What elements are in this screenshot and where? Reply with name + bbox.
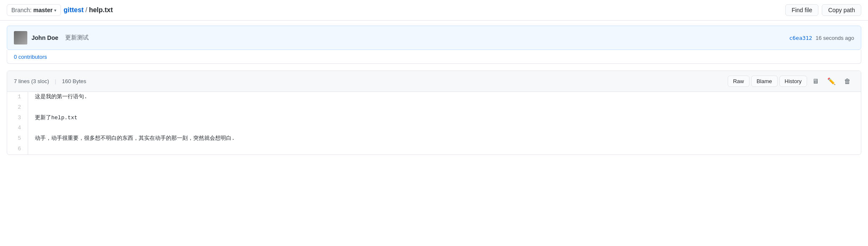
raw-button[interactable]: Raw	[728, 76, 750, 87]
commit-sha[interactable]: c6ea312	[789, 35, 812, 41]
line-number[interactable]: 6	[7, 144, 28, 154]
table-row: 4	[7, 123, 861, 133]
line-code: 更新了help.txt	[28, 113, 84, 123]
file-lines-info: 7 lines (3 sloc)	[14, 78, 49, 84]
line-number[interactable]: 3	[7, 113, 28, 123]
contributors-count: 0	[14, 54, 17, 60]
contributors-link[interactable]: 0 contributors	[14, 54, 47, 60]
delete-button[interactable]: 🗑	[841, 76, 854, 87]
branch-selector[interactable]: Branch: master ▾	[7, 4, 61, 16]
file-viewer: 7 lines (3 sloc) | 160 Bytes Raw Blame H…	[7, 71, 861, 155]
pencil-icon: ✏️	[827, 78, 836, 85]
line-number[interactable]: 2	[7, 102, 28, 113]
avatar-image	[14, 31, 27, 44]
file-meta-separator: |	[55, 78, 56, 84]
table-row: 2	[7, 102, 861, 113]
commit-author[interactable]: John Doe	[32, 34, 58, 41]
edit-button[interactable]: ✏️	[824, 75, 839, 87]
monitor-icon: 🖥	[812, 78, 819, 85]
code-content: 1这是我的第一行语句.23更新了help.txt45动手，动手很重要，很多想不明…	[7, 92, 861, 154]
table-row: 6	[7, 144, 861, 154]
top-bar: Branch: master ▾ gittest / help.txt Find…	[0, 0, 868, 21]
commit-message: 更新测试	[65, 34, 89, 42]
commit-bar-right: c6ea312 16 seconds ago	[789, 35, 854, 41]
file-size-info: 160 Bytes	[62, 78, 86, 84]
table-row: 5动手，动手很重要，很多想不明白的东西，其实在动手的那一刻，突然就会想明白.	[7, 133, 861, 144]
display-icon-button[interactable]: 🖥	[809, 76, 822, 87]
blame-button[interactable]: Blame	[751, 76, 778, 87]
file-name: help.txt	[89, 6, 113, 14]
file-header: 7 lines (3 sloc) | 160 Bytes Raw Blame H…	[7, 71, 861, 92]
table-row: 3更新了help.txt	[7, 113, 861, 123]
top-bar-actions: Find file Copy path	[785, 4, 861, 16]
line-number[interactable]: 4	[7, 123, 28, 133]
breadcrumb-area: Branch: master ▾ gittest / help.txt	[7, 4, 113, 16]
branch-label: Branch:	[11, 7, 32, 13]
line-number[interactable]: 1	[7, 92, 28, 102]
copy-path-button[interactable]: Copy path	[822, 4, 861, 16]
commit-bar: John Doe 更新测试 c6ea312 16 seconds ago	[7, 26, 861, 50]
file-meta: 7 lines (3 sloc) | 160 Bytes	[14, 78, 86, 84]
history-button[interactable]: History	[779, 76, 807, 87]
table-row: 1这是我的第一行语句.	[7, 92, 861, 102]
breadcrumb: gittest / help.txt	[63, 6, 113, 14]
line-code	[28, 144, 42, 146]
branch-name: master	[33, 7, 53, 13]
line-code: 动手，动手很重要，很多想不明白的东西，其实在动手的那一刻，突然就会想明白.	[28, 133, 242, 144]
contributors-bar: 0 contributors	[7, 50, 861, 64]
trash-icon: 🗑	[844, 78, 851, 85]
repo-link[interactable]: gittest	[63, 6, 84, 14]
line-number[interactable]: 5	[7, 133, 28, 144]
commit-bar-left: John Doe 更新测试	[14, 31, 89, 44]
breadcrumb-separator: /	[85, 6, 87, 14]
avatar	[14, 31, 27, 44]
find-file-button[interactable]: Find file	[785, 4, 818, 16]
line-code	[28, 102, 42, 104]
chevron-down-icon: ▾	[54, 8, 56, 13]
commit-time: 16 seconds ago	[815, 35, 854, 41]
file-actions: Raw Blame History 🖥 ✏️ 🗑	[728, 75, 854, 87]
line-code	[28, 123, 42, 125]
line-code: 这是我的第一行语句.	[28, 92, 94, 102]
